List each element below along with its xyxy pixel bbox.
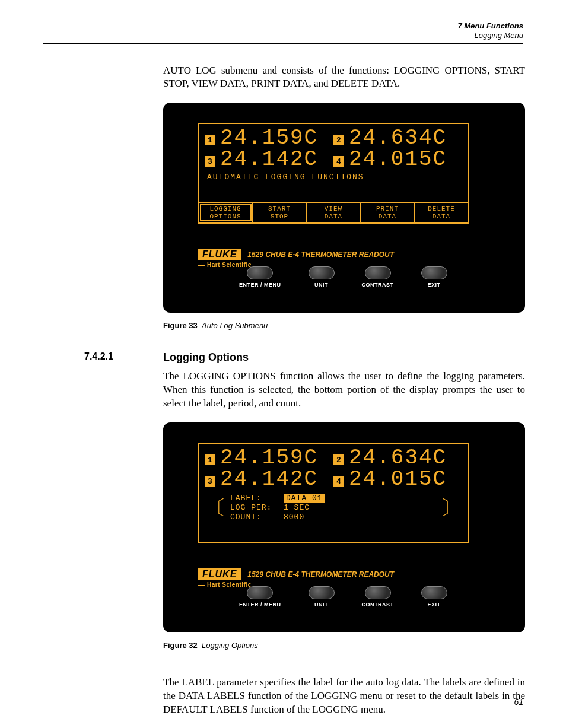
button-unit[interactable]: UNIT <box>309 266 335 288</box>
readout-ch4: 4 24.015C <box>333 149 462 170</box>
section-heading-row: 7.4.2.1 Logging Options <box>43 351 523 364</box>
readouts-grid: 1 24.159C 2 24.634C 3 24.142C <box>199 124 468 171</box>
header-section: Logging Menu <box>43 31 523 40</box>
channel-badge-2: 2 <box>333 135 344 145</box>
button-oval <box>421 586 447 599</box>
channel-value-4: 24.015C <box>349 149 447 170</box>
readout-ch2: 2 24.634C <box>333 128 462 149</box>
channel-value-1: 24.159C <box>220 128 318 149</box>
fluke-logo: FLUKE <box>198 568 241 580</box>
channel-value-1: 24.159C <box>220 447 318 469</box>
button-contrast[interactable]: CONTRAST <box>362 266 394 288</box>
intro-paragraph: AUTO LOG submenu and consists of the fun… <box>163 64 525 91</box>
channel-badge-1: 1 <box>205 135 215 145</box>
readout-ch2: 2 24.634C <box>333 447 462 469</box>
header-rule <box>43 43 523 44</box>
button-oval <box>421 266 447 279</box>
readouts-grid: 1 24.159C 2 24.634C 3 24.142C <box>199 444 468 491</box>
param-count-value[interactable]: 8000 <box>284 513 325 522</box>
figure-32-caption: Figure 32 Logging Options <box>163 641 523 650</box>
channel-value-3: 24.142C <box>220 149 318 170</box>
button-oval <box>365 266 391 279</box>
hardware-buttons: ENTER / MENU UNIT CONTRAST EXIT <box>239 266 447 288</box>
param-label-key: LABEL: <box>230 494 284 503</box>
softkey-view-data[interactable]: VIEW DATA <box>307 203 361 222</box>
button-oval <box>365 586 391 599</box>
header-chapter: 7 Menu Functions <box>43 21 523 31</box>
readout-ch4: 4 24.015C <box>333 469 462 490</box>
softkey-print-data[interactable]: PRINT DATA <box>361 203 415 222</box>
channel-value-2: 24.634C <box>349 128 447 149</box>
device-panel: 1 24.159C 2 24.634C 3 24.142C <box>163 103 525 313</box>
lcd-screen: 1 24.159C 2 24.634C 3 24.142C <box>198 443 469 543</box>
button-unit[interactable]: UNIT <box>309 586 335 608</box>
channel-badge-3: 3 <box>205 476 215 487</box>
button-contrast[interactable]: CONTRAST <box>362 586 394 608</box>
softkey-start-stop[interactable]: START STOP <box>253 203 307 222</box>
button-oval <box>309 586 335 599</box>
hardware-buttons: ENTER / MENU UNIT CONTRAST EXIT <box>239 586 447 608</box>
lcd-subtitle: AUTOMATIC LOGGING FUNCTIONS <box>199 171 468 183</box>
button-oval <box>247 586 273 599</box>
softkey-logging-options[interactable]: LOGGING OPTIONS <box>199 203 253 222</box>
section-title: Logging Options <box>163 351 249 364</box>
brand-row: FLUKE 1529 CHUB E-4 THERMOMETER READOUT <box>198 568 469 580</box>
param-label-value[interactable]: DATA_01 <box>284 494 325 503</box>
button-exit[interactable]: EXIT <box>421 266 447 288</box>
section-number: 7.4.2.1 <box>43 351 163 364</box>
softkey-delete-data[interactable]: DELETE DATA <box>415 203 468 222</box>
section-paragraph-2: The LABEL parameter specifies the label … <box>163 676 525 717</box>
figure-33: 1 24.159C 2 24.634C 3 24.142C <box>163 103 525 313</box>
section-paragraph-1: The LOGGING OPTIONS function allows the … <box>163 370 525 411</box>
left-bracket-icon: 〔 <box>206 503 227 513</box>
button-enter-menu[interactable]: ENTER / MENU <box>239 586 281 608</box>
figure-32: 1 24.159C 2 24.634C 3 24.142C <box>163 422 525 632</box>
channel-value-2: 24.634C <box>349 447 447 469</box>
channel-badge-4: 4 <box>333 476 344 487</box>
params-block: 〔 LABEL: DATA_01 LOG PER: 1 SEC COUNT: 8… <box>199 491 468 525</box>
button-oval <box>309 266 335 279</box>
channel-badge-1: 1 <box>205 454 215 465</box>
page-header: 7 Menu Functions Logging Menu <box>43 21 523 44</box>
device-panel: 1 24.159C 2 24.634C 3 24.142C <box>163 422 525 632</box>
button-oval <box>247 266 273 279</box>
softkey-row: LOGGING OPTIONS START STOP VIEW DATA <box>199 202 468 222</box>
readout-ch3: 3 24.142C <box>205 469 333 490</box>
lcd-screen: 1 24.159C 2 24.634C 3 24.142C <box>198 123 469 224</box>
fluke-logo: FLUKE <box>198 249 241 260</box>
param-count-key: COUNT: <box>230 513 284 522</box>
readout-ch1: 1 24.159C <box>205 447 333 469</box>
model-label: 1529 CHUB E-4 THERMOMETER READOUT <box>247 250 394 259</box>
button-exit[interactable]: EXIT <box>421 586 447 608</box>
channel-badge-4: 4 <box>333 156 344 167</box>
readout-ch1: 1 24.159C <box>205 128 333 149</box>
button-enter-menu[interactable]: ENTER / MENU <box>239 266 281 288</box>
model-label: 1529 CHUB E-4 THERMOMETER READOUT <box>247 570 394 578</box>
param-period-value[interactable]: 1 SEC <box>284 503 325 512</box>
figure-33-caption: Figure 33 Auto Log Submenu <box>163 321 523 330</box>
brand-row: FLUKE 1529 CHUB E-4 THERMOMETER READOUT <box>198 249 469 260</box>
channel-value-4: 24.015C <box>349 469 447 490</box>
page-number: 61 <box>514 697 523 707</box>
readout-ch3: 3 24.142C <box>205 149 333 170</box>
right-bracket-icon: 〕 <box>440 503 461 513</box>
channel-badge-3: 3 <box>205 156 215 167</box>
param-period-key: LOG PER: <box>230 503 284 512</box>
channel-badge-2: 2 <box>333 454 344 465</box>
channel-value-3: 24.142C <box>220 469 318 490</box>
